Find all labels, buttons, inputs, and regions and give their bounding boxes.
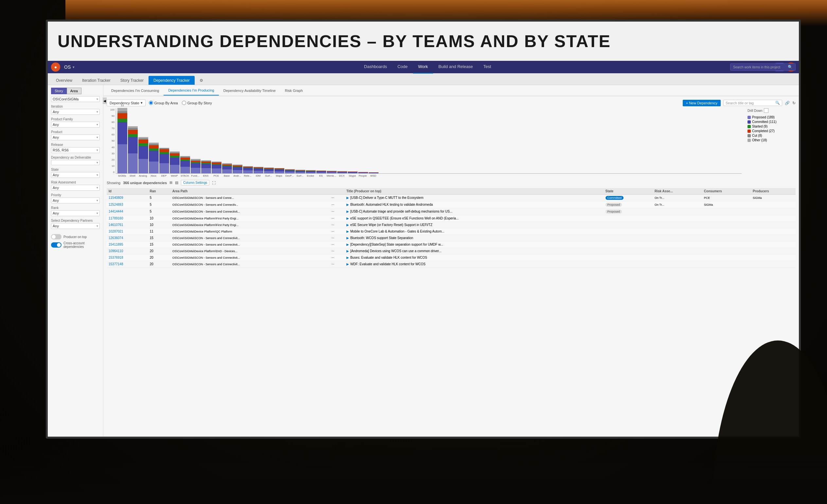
area-value[interactable]: OS\Core\SiGMa ▾ [51, 96, 100, 102]
bar-group[interactable] [138, 108, 148, 173]
group-by-story-radio[interactable]: Group By Story [182, 101, 212, 105]
bar-group[interactable] [275, 108, 284, 173]
bar-group[interactable] [170, 108, 180, 173]
search-icon[interactable]: 🔍 [788, 65, 793, 69]
row-ellipsis[interactable]: ··· [331, 203, 334, 206]
dep-link-icon[interactable]: 🔗 [785, 101, 790, 105]
area-tab[interactable]: Area [67, 88, 82, 94]
bar-group[interactable] [348, 108, 357, 173]
chart-and-list: Dependency State ▾ Group By Area [103, 96, 799, 437]
bar-group[interactable] [327, 108, 337, 173]
table-row: 1178916010OS\Core\SiGMa\Device Platform\… [107, 215, 795, 222]
dep-search-box[interactable]: Search title or tag 🔍 [723, 100, 782, 106]
bar-group[interactable] [128, 108, 138, 173]
bar-group[interactable] [285, 108, 295, 173]
x-axis-label: DEP [159, 174, 169, 177]
row-ellipsis[interactable]: ··· [331, 210, 334, 213]
row-risk: On Tr... [654, 196, 665, 200]
row-id[interactable]: 11789160 [109, 216, 123, 220]
bar-group[interactable]: 11 [117, 108, 127, 173]
nav-work[interactable]: Work [413, 60, 433, 73]
row-ellipsis[interactable]: ··· [331, 216, 334, 220]
row-icon: ▶ [346, 262, 349, 266]
sidebar-collapse-btn[interactable]: ◀ [103, 97, 107, 104]
row-ellipsis[interactable]: ··· [331, 196, 334, 200]
drill-down-checkbox[interactable] [764, 108, 769, 113]
new-dependency-btn[interactable]: + New Dependency [683, 100, 721, 106]
row-id[interactable]: 15377148 [109, 262, 123, 266]
row-ellipsis[interactable]: ··· [331, 249, 334, 253]
col-state: State [603, 188, 652, 195]
story-radio-input[interactable] [182, 101, 186, 105]
bar-group[interactable] [222, 108, 232, 173]
dep-tab-availability[interactable]: Dependency Availability Timeline [219, 86, 280, 95]
slide-title: UNDERSTANDING DEPENDENCIES – BY TEAMS AN… [58, 32, 611, 51]
row-ellipsis[interactable]: ··· [331, 256, 334, 259]
bar-group[interactable] [159, 108, 169, 173]
row-icon: ▶ [346, 196, 349, 200]
show-icon[interactable]: ⊞ [169, 181, 173, 185]
sub-tab-iteration[interactable]: Iteration Tracker [77, 76, 115, 85]
row-id[interactable]: 15411895 [109, 243, 123, 246]
dep-state-chevron: ▾ [141, 101, 143, 105]
bar-group[interactable] [295, 108, 305, 173]
bar-group[interactable] [264, 108, 274, 173]
row-id[interactable]: 14414444 [109, 210, 123, 213]
row-id[interactable]: 10287021 [109, 230, 123, 233]
sidebar-dep-deliverable: Dependency as Deliverable ▾ [51, 156, 100, 165]
sub-tab-overview[interactable]: Overview [51, 76, 77, 85]
bar-group[interactable] [243, 108, 253, 173]
bar-group[interactable] [369, 108, 379, 173]
dep-refresh-icon[interactable]: ↻ [792, 101, 795, 105]
row-title: ▶Bluetooth: Automated HLK testing to val… [346, 203, 433, 206]
area-radio-input[interactable] [149, 101, 153, 105]
row-ellipsis[interactable]: ··· [331, 236, 334, 240]
y-label-80: 80 [107, 121, 114, 123]
cross-account-toggle[interactable] [51, 242, 61, 248]
dep-tab-producing[interactable]: Dependencies I'm Producing [163, 86, 218, 96]
bar-group[interactable] [253, 108, 263, 173]
bar-group[interactable] [212, 108, 222, 173]
row-id[interactable]: 14610761 [109, 223, 123, 226]
producer-toggle[interactable] [51, 234, 61, 239]
expand-icon[interactable]: ⛶ [212, 181, 215, 185]
row-id[interactable]: 10964110 [109, 249, 123, 253]
completed-dot [747, 130, 751, 133]
global-search[interactable]: Search work items in this project 🔍 [730, 63, 795, 71]
row-id[interactable]: 12636074 [109, 236, 123, 240]
bar-group[interactable] [233, 108, 242, 173]
column-settings-btn[interactable]: Column Settings [181, 180, 209, 186]
row-ellipsis[interactable]: ··· [331, 262, 334, 266]
row-ellipsis[interactable]: ··· [331, 230, 334, 233]
nav-code[interactable]: Code [392, 60, 413, 73]
bar-group[interactable] [149, 108, 159, 173]
bar-group[interactable] [201, 108, 211, 173]
sub-tab-extra[interactable]: ⚙ [195, 76, 208, 85]
sub-tab-dependency[interactable]: Dependency Tracker [149, 76, 195, 85]
cut-dot [747, 134, 751, 137]
dep-tab-risk[interactable]: Risk Graph [280, 86, 307, 95]
row-id[interactable]: 12524893 [109, 203, 123, 206]
nav-test[interactable]: Test [478, 60, 497, 73]
bar-group[interactable] [358, 108, 368, 173]
nav-dashboards[interactable]: Dashboards [359, 60, 392, 73]
y-label-10: 10 [107, 164, 114, 167]
hide-icon[interactable]: ▤ [175, 181, 178, 185]
nav-project-chevron[interactable]: ▾ [72, 65, 75, 69]
bar-group[interactable] [337, 108, 347, 173]
group-by-area-radio[interactable]: Group By Area [149, 101, 178, 105]
sidebar-priority: Priority Any ▾ [51, 193, 100, 203]
nav-build-release[interactable]: Build and Release [433, 60, 478, 73]
dep-tab-consuming[interactable]: Dependencies I'm Consuming [107, 86, 163, 95]
bar-group[interactable] [317, 108, 326, 173]
row-ellipsis[interactable]: ··· [331, 223, 334, 226]
bar-group[interactable] [306, 108, 316, 173]
y-label-90: 90 [107, 114, 114, 117]
bar-group[interactable] [180, 108, 190, 173]
story-tab[interactable]: Story [51, 88, 67, 94]
row-id[interactable]: 11540809 [109, 196, 123, 200]
row-id[interactable]: 15376918 [109, 256, 123, 259]
sub-tab-story[interactable]: Story Tracker [115, 76, 149, 85]
row-ellipsis[interactable]: ··· [331, 243, 334, 246]
bar-group[interactable] [191, 108, 200, 173]
